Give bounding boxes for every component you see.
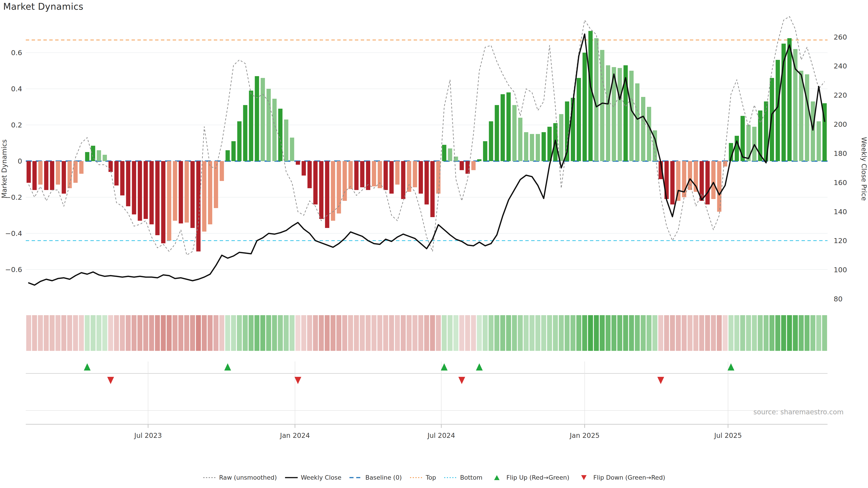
dynamics-bar bbox=[577, 78, 581, 161]
dynamics-bar bbox=[144, 161, 148, 219]
dynamics-bar bbox=[536, 134, 540, 161]
dynamics-bar bbox=[243, 105, 247, 161]
heat-cell bbox=[342, 315, 347, 351]
heat-cell bbox=[682, 315, 687, 351]
heat-cell bbox=[161, 315, 166, 351]
heat-cell bbox=[266, 315, 271, 351]
right-axis-tick-label: 140 bbox=[834, 207, 847, 216]
chart-legend: Raw (unsmoothed)Weekly CloseBaseline (0)… bbox=[0, 474, 868, 481]
heat-cell bbox=[454, 315, 458, 351]
dynamics-bar bbox=[190, 161, 195, 228]
heat-cell bbox=[477, 315, 482, 351]
dynamics-bar bbox=[465, 161, 470, 174]
right-axis-tick-label: 80 bbox=[834, 295, 842, 303]
x-tick-label: Jan 2025 bbox=[569, 431, 599, 440]
heat-cell bbox=[319, 315, 324, 351]
heat-cell bbox=[600, 315, 604, 351]
left-axis-tick-label: −0.6 bbox=[5, 265, 22, 273]
heat-cell bbox=[594, 315, 599, 351]
heat-cell bbox=[96, 315, 101, 351]
heat-cell bbox=[278, 315, 283, 351]
heat-cell bbox=[512, 315, 517, 351]
dynamics-bar bbox=[348, 161, 352, 189]
dynamics-bar bbox=[126, 161, 130, 206]
heat-cell bbox=[418, 315, 423, 351]
legend-item-2: Baseline (0) bbox=[349, 474, 402, 481]
flip-up-icon bbox=[476, 363, 483, 370]
heat-cell bbox=[407, 315, 412, 351]
dynamics-bar bbox=[378, 161, 382, 188]
source-credit: source: sharemaestro.com bbox=[753, 408, 844, 416]
dynamics-bar bbox=[237, 121, 242, 161]
heat-cell bbox=[32, 315, 37, 351]
heat-cell bbox=[260, 315, 266, 351]
heat-cell bbox=[395, 315, 400, 351]
heat-cell bbox=[44, 315, 49, 351]
dynamics-bar bbox=[541, 132, 546, 161]
x-tick-label: Jul 2023 bbox=[134, 431, 162, 440]
dynamics-bar bbox=[530, 134, 534, 161]
dynamics-bar bbox=[372, 161, 376, 186]
dynamics-bar bbox=[325, 161, 329, 228]
dynamics-bar bbox=[50, 161, 54, 190]
heat-cell bbox=[688, 315, 692, 351]
heat-cell bbox=[55, 315, 60, 351]
heat-cell bbox=[793, 315, 798, 351]
heat-cell bbox=[401, 315, 406, 351]
flip-up-icon bbox=[84, 363, 91, 370]
heat-cell bbox=[79, 315, 84, 351]
dynamics-bar bbox=[114, 161, 119, 186]
dynamics-bar bbox=[524, 132, 528, 161]
legend-item-5: Flip Up (Red→Green) bbox=[490, 474, 569, 481]
dynamics-bars bbox=[27, 31, 827, 252]
heat-cell bbox=[728, 315, 734, 351]
dynamics-bar bbox=[717, 161, 721, 212]
heat-cell bbox=[810, 315, 815, 351]
heat-cell bbox=[166, 315, 172, 351]
right-axis-tick-label: 240 bbox=[834, 62, 847, 70]
heat-cell bbox=[173, 315, 178, 351]
dynamics-bar bbox=[793, 49, 798, 161]
legend-item-label: Baseline (0) bbox=[365, 474, 402, 481]
dynamics-bar bbox=[272, 99, 277, 161]
heat-cell bbox=[372, 315, 377, 351]
x-tick-label: Jul 2024 bbox=[427, 431, 455, 440]
dynamics-bar bbox=[56, 161, 60, 185]
left-axis-tick-label: −0.4 bbox=[5, 229, 22, 237]
flip-down-icon bbox=[657, 377, 664, 384]
heat-cell bbox=[588, 315, 593, 351]
dynamics-bar bbox=[811, 101, 815, 161]
heat-cell bbox=[711, 315, 716, 351]
flip-down-icon bbox=[458, 377, 465, 384]
dynamics-bar bbox=[185, 161, 189, 223]
right-axis-tick-label: 100 bbox=[834, 266, 847, 274]
heat-cell bbox=[331, 315, 336, 351]
legend-item-label: Flip Down (Green→Red) bbox=[593, 474, 665, 481]
dynamics-bar bbox=[583, 53, 587, 161]
x-tick-label: Jan 2024 bbox=[280, 431, 310, 440]
heat-cell bbox=[254, 315, 259, 351]
heat-cell bbox=[114, 315, 119, 351]
legend-item-label: Weekly Close bbox=[301, 474, 342, 481]
dynamics-bar bbox=[401, 161, 405, 199]
dynamics-bar bbox=[225, 150, 230, 161]
dynamics-bar bbox=[588, 31, 593, 161]
dynamics-bar bbox=[787, 38, 792, 161]
heat-cell bbox=[465, 315, 470, 351]
dynamics-bar bbox=[735, 136, 739, 161]
heat-cell bbox=[225, 315, 230, 351]
heat-cell bbox=[758, 315, 763, 351]
dynamics-bar bbox=[606, 65, 610, 161]
heat-cell bbox=[617, 315, 622, 351]
heat-cell bbox=[781, 315, 786, 351]
dynamics-bar bbox=[442, 145, 446, 161]
heat-cell bbox=[354, 315, 359, 351]
heat-cell bbox=[623, 315, 628, 351]
heat-cell bbox=[705, 315, 710, 351]
right-axis-tick-label: 200 bbox=[834, 120, 847, 128]
dynamics-bar bbox=[138, 161, 142, 221]
right-axis-tick-label: 260 bbox=[834, 33, 847, 41]
dynamics-bar bbox=[302, 161, 306, 175]
heat-cell bbox=[301, 315, 306, 351]
heat-cell bbox=[155, 315, 160, 351]
